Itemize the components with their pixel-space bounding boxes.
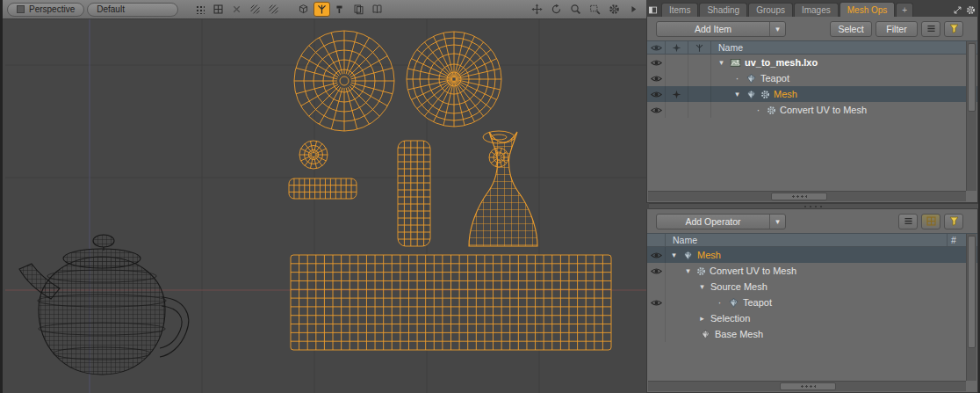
cube-icon[interactable]: [295, 2, 312, 17]
name-column-header: Name: [710, 41, 966, 54]
expander-icon[interactable]: [669, 251, 679, 259]
expand-panel-icon[interactable]: [953, 5, 962, 15]
quad-view-icon[interactable]: [210, 2, 227, 17]
scrollbar-thumb[interactable]: [968, 43, 976, 112]
item-row-scene[interactable]: uv_to_mesh.lxo: [647, 55, 977, 70]
visibility-eye-icon[interactable]: [647, 295, 665, 310]
action-center-icon[interactable]: [313, 2, 330, 17]
item-row-convert-uv-to-mesh[interactable]: Convert UV to Mesh: [647, 102, 977, 118]
render-column-icon[interactable]: [688, 41, 710, 54]
op-row-mesh[interactable]: Mesh: [647, 247, 977, 263]
expander-icon[interactable]: [732, 91, 742, 98]
item-list-toolbar: Add Item Select Filter: [647, 17, 977, 40]
expander-icon[interactable]: [697, 315, 707, 323]
mesh-ops-panel: Add Operator Name # Mesh: [646, 209, 978, 393]
mesh-item-icon: [682, 250, 694, 261]
dots-grid-icon[interactable]: [191, 2, 208, 17]
add-item-button[interactable]: Add Item: [656, 21, 786, 37]
visibility-eye-icon[interactable]: [647, 247, 665, 263]
scrollbar-thumb[interactable]: [771, 193, 827, 200]
viewport-toolbar: Perspective Default: [3, 0, 646, 19]
mesh-ops-header: Name #: [647, 233, 977, 247]
item-list-header: Name: [647, 40, 977, 55]
list-options-icon[interactable]: [921, 21, 940, 37]
count-column-header: #: [947, 234, 966, 246]
view-type-label: Perspective: [29, 4, 75, 14]
close-view-icon[interactable]: [228, 2, 245, 17]
book-icon[interactable]: [369, 2, 386, 17]
add-operator-dropdown-arrow-icon[interactable]: [769, 215, 785, 229]
mesh-ops-vertical-scrollbar[interactable]: [966, 234, 976, 381]
add-item-dropdown-arrow-icon[interactable]: [769, 22, 785, 36]
mesh-item-icon: [700, 329, 711, 340]
filter-button[interactable]: Filter: [876, 21, 918, 37]
right-panel: Items Shading Groups Images Mesh Ops + A…: [646, 0, 980, 393]
hierarchy-view-icon[interactable]: [921, 214, 940, 229]
mesh-ops-badge-icon: [665, 86, 688, 102]
viewport-canvas[interactable]: [5, 19, 649, 393]
mesh-item-icon: [728, 297, 739, 309]
filter-funnel-icon[interactable]: [944, 21, 963, 37]
add-operator-button[interactable]: Add Operator: [656, 214, 786, 229]
panel-gear-icon[interactable]: [966, 5, 976, 15]
visibility-eye-icon[interactable]: [647, 86, 665, 102]
item-list-panel: Add Item Select Filter Name: [646, 17, 978, 203]
lock-column-icon[interactable]: [665, 41, 688, 54]
item-list-horizontal-scrollbar[interactable]: [648, 191, 966, 201]
select-button[interactable]: Select: [830, 21, 872, 37]
scrollbar-thumb[interactable]: [780, 382, 836, 390]
list-view-icon[interactable]: [898, 214, 918, 229]
zoom-region-icon[interactable]: [587, 2, 603, 17]
leaf-bullet-icon: [732, 73, 742, 84]
orbit-icon[interactable]: [548, 2, 565, 17]
pages-icon[interactable]: [350, 2, 367, 17]
op-row-teapot[interactable]: Teapot: [647, 295, 977, 310]
pan-icon[interactable]: [529, 2, 545, 17]
mesh-op-icon: [767, 106, 776, 115]
viewport-3d: Perspective Default: [0, 0, 646, 393]
add-tab-button[interactable]: +: [896, 3, 913, 17]
item-row-teapot[interactable]: Teapot: [647, 70, 977, 86]
tab-shading[interactable]: Shading: [699, 3, 747, 17]
leaf-bullet-icon: [753, 105, 763, 115]
hatch-light-icon[interactable]: [247, 2, 263, 17]
panel-tab-bar: Items Shading Groups Images Mesh Ops +: [646, 0, 978, 17]
hammer-icon[interactable]: [332, 2, 349, 17]
tab-mesh-ops[interactable]: Mesh Ops: [839, 2, 896, 17]
op-row-convert-uv-to-mesh[interactable]: Convert UV to Mesh: [647, 263, 977, 279]
visibility-eye-icon[interactable]: [647, 102, 665, 118]
mesh-item-icon: [746, 73, 757, 84]
visibility-column-eye-icon[interactable]: [647, 41, 665, 54]
view-type-dropdown[interactable]: Perspective: [7, 3, 84, 17]
mesh-ops-horizontal-scrollbar[interactable]: [648, 381, 966, 391]
mesh-op-gear-icon: [760, 90, 770, 99]
visibility-eye-icon[interactable]: [647, 55, 665, 70]
hatch-dense-icon[interactable]: [265, 2, 282, 17]
zoom-icon[interactable]: [567, 2, 584, 17]
scrollbar-thumb[interactable]: [968, 236, 976, 348]
panel-toggle-icon[interactable]: [648, 5, 658, 15]
tab-images[interactable]: Images: [794, 3, 839, 17]
expander-icon[interactable]: [717, 59, 726, 67]
filter-funnel-icon[interactable]: [944, 214, 963, 229]
op-row-source-mesh[interactable]: Source Mesh: [647, 279, 977, 295]
op-row-base-mesh[interactable]: Base Mesh: [647, 326, 977, 342]
item-row-mesh[interactable]: Mesh: [647, 86, 977, 102]
leaf-bullet-icon: [715, 297, 724, 308]
viewport-layout-buttons: [191, 2, 282, 17]
modo-window: Perspective Default: [0, 0, 980, 393]
tab-groups[interactable]: Groups: [748, 3, 793, 17]
viewport-nav-buttons: [529, 2, 642, 17]
expander-icon[interactable]: [697, 283, 707, 291]
expander-icon[interactable]: [683, 267, 693, 275]
op-row-selection[interactable]: Selection: [647, 310, 977, 326]
tab-items[interactable]: Items: [661, 3, 698, 17]
viewport-menu-arrow-icon[interactable]: [625, 2, 642, 17]
panel-splitter-handle[interactable]: [646, 203, 978, 209]
item-list-vertical-scrollbar[interactable]: [966, 41, 976, 191]
visibility-eye-icon[interactable]: [647, 263, 665, 279]
shading-style-dropdown[interactable]: Default: [87, 3, 178, 17]
viewport-settings-gear-icon[interactable]: [606, 2, 623, 17]
mesh-op-icon: [696, 266, 706, 276]
visibility-eye-icon[interactable]: [647, 70, 665, 86]
